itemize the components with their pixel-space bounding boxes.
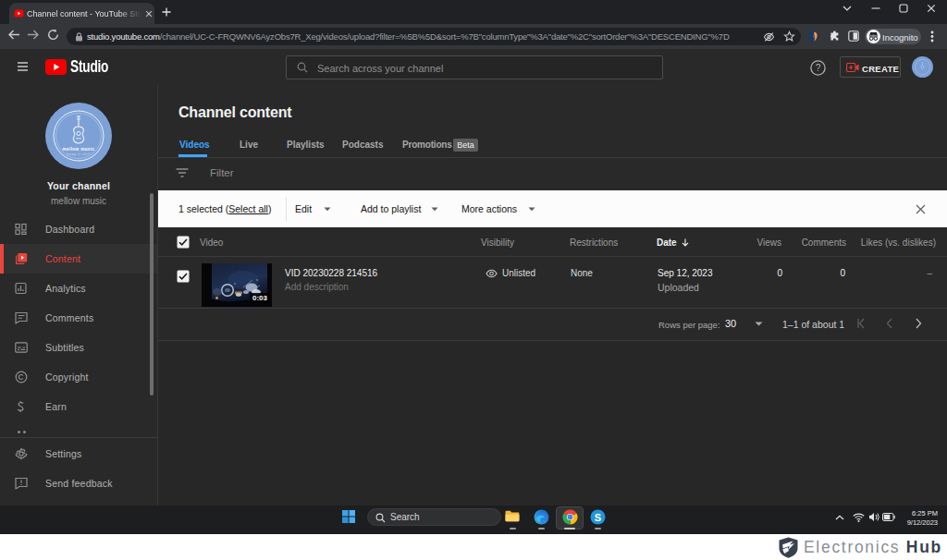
svg-text:?: ? — [816, 63, 821, 73]
svg-text:S: S — [595, 512, 601, 523]
svg-text:k e e p . i t . c h i l l: k e e p . i t . c h i l l — [68, 152, 91, 155]
svg-text:mellow music: mellow music — [63, 146, 95, 151]
